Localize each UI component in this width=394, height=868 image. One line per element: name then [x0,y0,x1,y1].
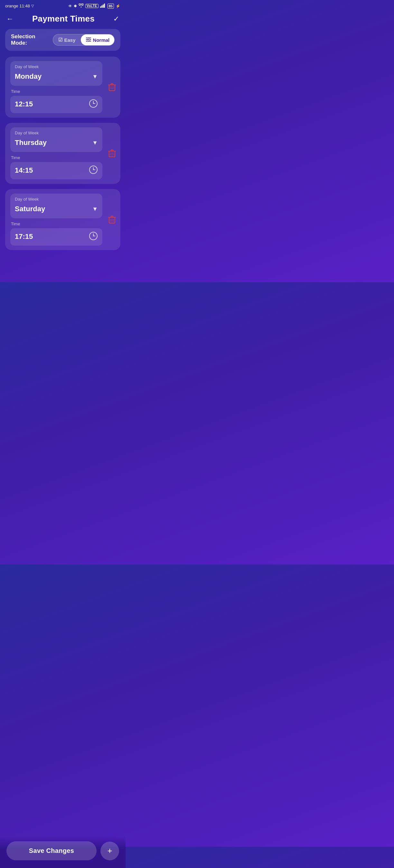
dropdown-arrow-2: ▼ [92,140,98,146]
charging-icon: ⚡ [116,4,120,8]
normal-label: Normal [93,37,110,43]
day-value-3: Saturday [15,205,45,213]
time-value-2: 14:15 [15,166,33,175]
time-field-1[interactable]: 12:15 [10,96,102,113]
confirm-button[interactable]: ✓ [113,15,119,23]
dropdown-arrow-1: ▼ [92,73,98,80]
entry-2-fields: Day of Week Thursday ▼ Time 14:15 [10,127,115,179]
svg-rect-31 [111,216,113,217]
entry-card-3: Day of Week Saturday ▼ Time 17:15 [5,189,120,250]
day-select-3[interactable]: Saturday ▼ [15,204,98,214]
time-label-2: Time [10,155,115,160]
svg-rect-29 [109,217,115,223]
status-bar: orange 11:48 ▽ 👁 ✱ VoLTE 85 ⚡ [0,0,125,10]
clock-icon-2 [89,165,98,176]
entry-card-1: Day of Week Monday ▼ Time 12:15 [5,57,120,118]
mode-toggle: ☑ Easy Normal [53,34,115,45]
time-field-2[interactable]: 14:15 [10,162,102,179]
svg-rect-6 [86,41,91,41]
time-label-1: Time [10,89,115,94]
status-left: orange 11:48 ▽ [5,3,34,8]
clock-icon-1 [89,99,98,109]
dropdown-arrow-3: ▼ [92,206,98,213]
svg-rect-23 [111,150,113,151]
selection-mode-label: Selection Mode: [11,33,53,46]
svg-rect-21 [109,151,115,157]
svg-rect-1 [102,5,102,8]
battery-label: 85 [108,3,114,9]
normal-icon [86,37,91,43]
day-label-2: Day of Week [15,130,98,135]
svg-rect-2 [103,4,104,8]
normal-mode-button[interactable]: Normal [81,34,115,45]
entry-3-day-field[interactable]: Day of Week Saturday ▼ [10,193,102,218]
day-select-2[interactable]: Thursday ▼ [15,137,98,148]
header: ← Payment Times ✓ [0,10,125,29]
time-value-3: 17:15 [15,232,33,241]
time-label-3: Time [10,221,115,226]
svg-point-8 [89,39,90,40]
entry-1-time-row: Time 12:15 [10,89,115,113]
svg-rect-13 [109,85,115,91]
svg-rect-4 [86,38,91,38]
svg-rect-5 [86,39,91,40]
easy-label: Easy [64,37,76,43]
signal-bars-icon [100,3,106,9]
time-value-1: 12:15 [15,100,33,108]
easy-mode-button[interactable]: ☑ Easy [53,34,81,45]
carrier-label: orange [5,3,18,8]
entry-card-2: Day of Week Thursday ▼ Time 14:15 [5,123,120,184]
entry-3-time-row: Time 17:15 [10,221,115,246]
page-title: Payment Times [32,14,95,24]
clock-icon-3 [89,231,98,242]
delete-button-1[interactable] [108,83,116,92]
back-button[interactable]: ← [6,15,13,23]
time-field-3[interactable]: 17:15 [10,228,102,246]
entry-3-fields: Day of Week Saturday ▼ Time 17:15 [10,193,115,246]
svg-rect-15 [111,84,113,85]
svg-rect-3 [104,3,105,8]
time-label: 11:48 [19,3,30,8]
entry-2-time-row: Time 14:15 [10,155,115,179]
day-label-1: Day of Week [15,64,98,69]
entry-1-fields: Day of Week Monday ▼ Time 12:15 [10,61,115,113]
day-select-1[interactable]: Monday ▼ [15,71,98,82]
entry-2-day-field[interactable]: Day of Week Thursday ▼ [10,127,102,152]
delete-button-3[interactable] [108,215,116,224]
svg-rect-0 [100,6,101,8]
bluetooth-icon: ✱ [74,4,77,8]
eye-icon: 👁 [68,4,72,8]
selection-mode-container: Selection Mode: ☑ Easy Normal [5,29,120,51]
status-right: 👁 ✱ VoLTE 85 ⚡ [68,3,120,9]
day-value-1: Monday [15,72,41,81]
entry-1-day-field[interactable]: Day of Week Monday ▼ [10,61,102,86]
signal-icon: ▽ [31,4,34,8]
easy-icon: ☑ [58,37,62,43]
volte-badge: VoLTE [85,4,98,8]
wifi-icon [79,3,84,8]
day-value-2: Thursday [15,138,47,147]
svg-point-7 [87,37,88,38]
entries-container: Day of Week Monday ▼ Time 12:15 [0,57,125,250]
svg-point-9 [87,40,88,42]
day-label-3: Day of Week [15,197,98,202]
delete-button-2[interactable] [108,149,116,158]
